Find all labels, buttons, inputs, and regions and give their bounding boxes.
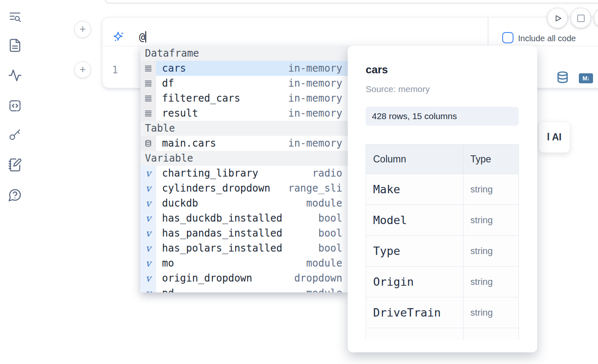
completion-item-origin-dropdown[interactable]: v origin_dropdown dropdown [140,271,348,286]
completion-item-charting-library[interactable]: v charting_library radio [140,166,348,181]
schema-header-row: Column Type [366,145,519,174]
play-icon [553,14,562,23]
code-square-icon[interactable] [7,98,22,113]
stop-icon [577,15,585,22]
completion-item-has-pandas-installed[interactable]: v has_pandas_installed bool [140,226,348,241]
file-text-icon[interactable] [7,38,22,53]
ai-prompt-row[interactable]: @ Include all code [102,17,598,46]
completion-item-has-polars-installed[interactable]: v has_polars_installed bool [140,241,348,256]
table-row: Origin string [366,267,519,297]
variable-icon: v [140,286,156,292]
add-cell-above-button[interactable]: + [74,21,91,38]
preview-source: Source: memory [366,84,430,94]
table-row: DriveTrain string [366,297,519,328]
completion-item-result[interactable]: result in-memory [140,106,348,121]
key-icon[interactable] [7,127,22,142]
sparkles-icon [113,31,125,42]
variable-icon: v [140,226,156,241]
section-header-variable: Variable [140,151,348,166]
variable-icon: v [140,181,156,196]
preview-title: cars [366,63,388,76]
dataframe-icon [140,106,156,121]
completion-item-has-duckdb-installed[interactable]: v has_duckdb_installed bool [140,211,348,226]
database-icon [140,136,156,151]
dataframe-icon [140,91,156,106]
input-divider [488,17,488,46]
table-row: Model string [366,205,519,236]
table-row: Make string [366,174,519,205]
table-row: Type string [366,236,519,267]
markdown-icon[interactable]: M↓ [579,73,593,83]
dataframe-icon [140,61,156,76]
completion-item-filtered-cars[interactable]: filtered_cars in-memory [140,91,348,106]
database-icon[interactable] [557,71,568,84]
generate-with-ai-button[interactable]: l AI [538,121,570,153]
help-circle-icon[interactable] [7,187,22,202]
completion-item-pd[interactable]: v pd module [140,286,348,292]
schema-table: Column Type Make string Model string Typ… [366,144,519,340]
completion-item-duckdb[interactable]: v duckdb module [140,196,348,211]
previous-cell-fragment [104,0,598,3]
line-number: 1 [112,64,118,76]
add-cell-below-button[interactable]: + [74,61,91,78]
text-cursor [145,31,146,42]
column-header: Column [366,145,463,174]
notebook-pen-icon[interactable] [7,157,22,172]
section-header-dataframe: Dataframe [140,46,348,61]
variable-icon: v [140,196,156,211]
section-header-table: Table [140,121,348,136]
stop-cell-button[interactable] [571,8,591,28]
completion-item-mo[interactable]: v mo module [140,256,348,271]
schema-table-wrap: Column Type Make string Model string Typ… [366,144,519,340]
list-search-icon[interactable] [7,10,22,25]
dataframe-preview-panel: cars Source: memory 428 rows, 15 columns… [348,46,537,352]
table-row [366,328,519,340]
include-all-code-checkbox[interactable] [502,32,513,43]
dataframe-icon [140,76,156,91]
variable-icon: v [140,211,156,226]
variable-icon: v [140,256,156,271]
completion-item-cars[interactable]: cars in-memory [140,61,348,76]
completion-item-cylinders-dropdown[interactable]: v cylinders_dropdown range_sli [140,181,348,196]
variable-icon: v [140,241,156,256]
completion-item-df[interactable]: df in-memory [140,76,348,91]
run-cell-button[interactable] [548,8,567,28]
include-all-code-label: Include all code [518,34,576,43]
ai-prompt-input[interactable]: @ [139,31,146,43]
completion-item-main-cars[interactable]: main.cars in-memory [140,136,348,151]
autocomplete-dropdown: Dataframe cars in-memory df in-memory fi… [140,46,348,292]
prompt-value: @ [139,31,145,43]
type-header: Type [463,145,518,174]
shape-badge: 428 rows, 15 columns [366,107,519,126]
variable-icon: v [140,166,156,181]
variable-icon: v [140,271,156,286]
activity-icon[interactable] [7,68,22,83]
